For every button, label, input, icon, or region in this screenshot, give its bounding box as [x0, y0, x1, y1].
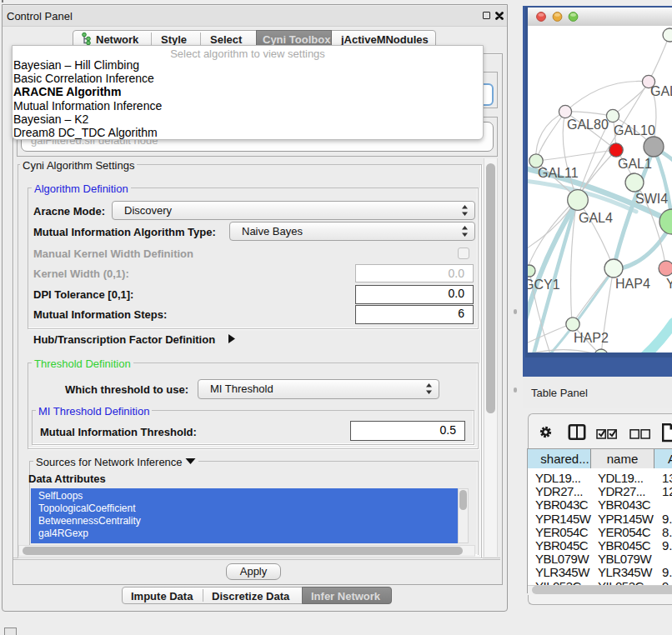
svg-text:GCY1: GCY1	[528, 278, 560, 292]
svg-text:GAL: GAL	[650, 84, 672, 98]
svg-text:GAL80: GAL80	[567, 118, 609, 132]
svg-text:Y: Y	[666, 277, 672, 291]
svg-text:GAL4: GAL4	[579, 211, 613, 225]
svg-text:GAL11: GAL11	[538, 166, 579, 180]
svg-text:HAP2: HAP2	[574, 331, 609, 345]
svg-text:SWI4: SWI4	[635, 192, 668, 206]
svg-text:HAP4: HAP4	[615, 277, 650, 291]
svg-text:GAL1: GAL1	[618, 157, 652, 171]
svg-text:GAL10: GAL10	[614, 123, 655, 138]
